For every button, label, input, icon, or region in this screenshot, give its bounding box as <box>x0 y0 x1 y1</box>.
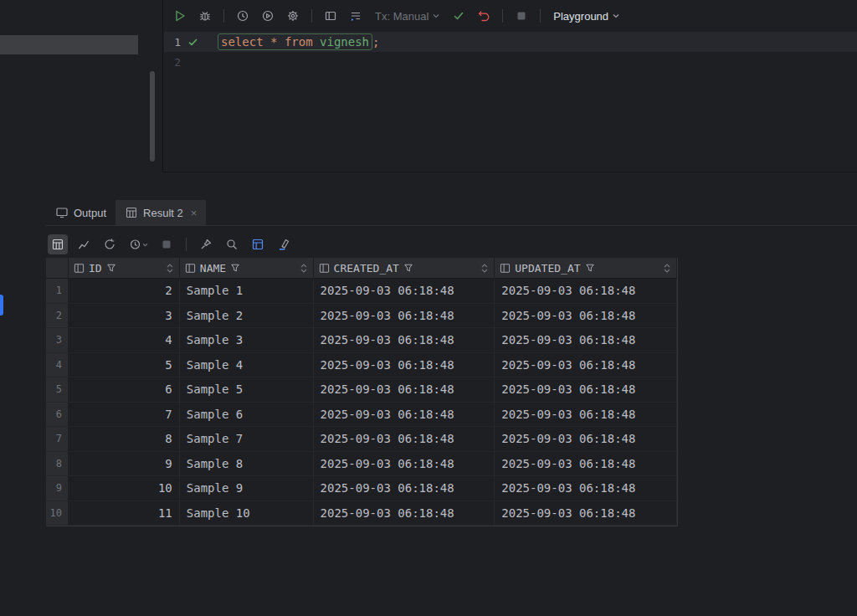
tx-mode-label: Tx: Manual <box>375 10 428 23</box>
table-cell[interactable]: 2025-09-03 06:18:48 <box>495 304 677 329</box>
table-row[interactable]: 910Sample 92025-09-03 06:18:482025-09-03… <box>46 476 677 501</box>
column-header-id[interactable]: ID <box>69 258 180 278</box>
filter-icon[interactable] <box>106 263 116 273</box>
table-cell[interactable]: 2025-09-03 06:18:48 <box>495 501 677 526</box>
column-header-updated-at[interactable]: UPDATED_AT <box>495 258 677 278</box>
table-cell[interactable]: 5 <box>69 353 180 378</box>
line-number: 2 <box>169 56 181 69</box>
auto-refresh-button[interactable] <box>126 234 151 254</box>
table-cell[interactable]: 2025-09-03 06:18:48 <box>495 328 677 353</box>
in-editor-results-button[interactable] <box>248 234 268 254</box>
commit-button[interactable] <box>449 7 468 25</box>
corner-cell[interactable] <box>46 258 69 278</box>
table-cell[interactable]: 2025-09-03 06:18:48 <box>314 501 495 526</box>
table-cell[interactable]: 10 <box>69 476 180 501</box>
table-cell[interactable]: Sample 8 <box>180 452 314 477</box>
table-cell[interactable]: 9 <box>69 452 180 477</box>
table-cell[interactable]: Sample 2 <box>180 304 314 329</box>
sort-icon[interactable] <box>480 264 489 273</box>
table-cell[interactable]: 2025-09-03 06:18:48 <box>495 452 677 477</box>
table-row[interactable]: 67Sample 62025-09-03 06:18:482025-09-03 … <box>46 403 677 428</box>
scrollbar-thumb[interactable] <box>150 71 155 162</box>
filter-icon[interactable] <box>230 263 240 273</box>
table-cell[interactable]: 8 <box>69 427 180 452</box>
filter-icon[interactable] <box>585 263 595 273</box>
table-cell[interactable]: 3 <box>69 304 180 329</box>
table-cell[interactable]: 2025-09-03 06:18:48 <box>314 476 495 501</box>
table-row[interactable]: 89Sample 82025-09-03 06:18:482025-09-03 … <box>46 452 677 477</box>
refresh-button[interactable] <box>100 234 120 254</box>
table-row[interactable]: 45Sample 42025-09-03 06:18:482025-09-03 … <box>46 353 677 378</box>
table-cell[interactable]: 2 <box>69 279 180 304</box>
settings-button[interactable] <box>284 7 302 25</box>
table-cell[interactable]: 2025-09-03 06:18:48 <box>314 377 495 403</box>
clear-button[interactable] <box>274 234 294 254</box>
table-cell[interactable]: 2025-09-03 06:18:48 <box>314 328 495 353</box>
table-cell[interactable]: 2025-09-03 06:18:48 <box>495 353 677 378</box>
toolbar-separator <box>186 238 187 251</box>
sql-token <box>277 35 284 49</box>
table-cell[interactable]: Sample 5 <box>180 377 314 403</box>
column-header-created-at[interactable]: CREATED_AT <box>314 258 495 278</box>
run-button[interactable] <box>171 7 189 25</box>
tab-output[interactable]: Output <box>46 200 115 225</box>
table-cell[interactable]: 11 <box>69 501 180 526</box>
table-cell[interactable]: 7 <box>69 403 180 428</box>
code-line-2[interactable]: 2 <box>164 52 857 72</box>
sort-icon[interactable] <box>300 264 308 273</box>
run-routine-button[interactable] <box>259 7 277 25</box>
table-cell[interactable]: 2025-09-03 06:18:48 <box>495 427 677 452</box>
filter-icon[interactable] <box>403 263 413 273</box>
code-line-1[interactable]: 1 select * from vignesh; <box>164 32 857 52</box>
table-row[interactable]: 12Sample 12025-09-03 06:18:482025-09-03 … <box>46 279 677 304</box>
table-cell[interactable]: Sample 7 <box>180 427 314 452</box>
chart-view-button[interactable] <box>74 234 94 254</box>
sql-statement[interactable]: select * from vignesh <box>218 33 372 50</box>
table-cell[interactable]: Sample 9 <box>180 476 314 501</box>
table-row[interactable]: 56Sample 52025-09-03 06:18:482025-09-03 … <box>46 377 677 403</box>
table-cell[interactable]: 2025-09-03 06:18:48 <box>314 304 495 329</box>
table-row[interactable]: 23Sample 22025-09-03 06:18:482025-09-03 … <box>46 304 677 329</box>
table-cell[interactable]: 2025-09-03 06:18:48 <box>495 279 677 304</box>
sort-icon[interactable] <box>166 264 174 273</box>
table-cell[interactable]: 2025-09-03 06:18:48 <box>495 476 677 501</box>
output-options-button[interactable] <box>346 7 365 25</box>
table-cell[interactable]: 2025-09-03 06:18:48 <box>314 403 495 428</box>
layout-button[interactable] <box>321 7 340 25</box>
playground-dropdown[interactable]: Playground <box>550 10 623 23</box>
table-row[interactable]: 1011Sample 102025-09-03 06:18:482025-09-… <box>46 501 677 526</box>
table-row[interactable]: 34Sample 32025-09-03 06:18:482025-09-03 … <box>46 328 677 353</box>
table-cell[interactable]: 2025-09-03 06:18:48 <box>314 353 495 378</box>
table-row[interactable]: 78Sample 72025-09-03 06:18:482025-09-03 … <box>46 427 677 452</box>
table-cell[interactable]: Sample 3 <box>180 328 314 353</box>
tab-result-2[interactable]: Result 2 × <box>115 200 206 225</box>
grid-view-button[interactable] <box>48 234 68 254</box>
sort-icon[interactable] <box>663 264 671 273</box>
table-cell[interactable]: 4 <box>69 328 180 353</box>
tx-mode-dropdown[interactable]: Tx: Manual <box>372 10 443 23</box>
table-cell[interactable]: 6 <box>69 377 180 403</box>
table-cell[interactable]: Sample 10 <box>180 501 314 526</box>
table-cell[interactable]: 2025-09-03 06:18:48 <box>314 427 495 452</box>
stop-button[interactable] <box>512 7 531 25</box>
bug-button[interactable] <box>196 7 214 25</box>
pin-button[interactable] <box>196 234 216 254</box>
table-cell[interactable]: 2025-09-03 06:18:48 <box>495 377 677 403</box>
history-icon <box>236 9 249 23</box>
table-cell[interactable]: 2025-09-03 06:18:48 <box>314 452 495 477</box>
column-header-name[interactable]: NAME <box>180 258 314 278</box>
selected-list-item[interactable] <box>0 35 138 54</box>
table-cell[interactable]: Sample 4 <box>180 353 314 378</box>
close-icon[interactable]: × <box>191 207 198 219</box>
rollback-button[interactable] <box>475 7 493 25</box>
find-button[interactable] <box>222 234 242 254</box>
toolbar-separator <box>311 9 312 23</box>
table-cell[interactable]: 2025-09-03 06:18:48 <box>495 403 677 428</box>
table-cell[interactable]: Sample 6 <box>180 403 314 428</box>
table-cell[interactable]: Sample 1 <box>180 279 314 304</box>
table-cell[interactable]: 2025-09-03 06:18:48 <box>314 279 495 304</box>
stop-results-button[interactable] <box>157 234 177 254</box>
editor-toolbar: Tx: Manual Playground <box>164 0 857 32</box>
column-icon <box>500 263 511 274</box>
history-button[interactable] <box>233 7 252 25</box>
